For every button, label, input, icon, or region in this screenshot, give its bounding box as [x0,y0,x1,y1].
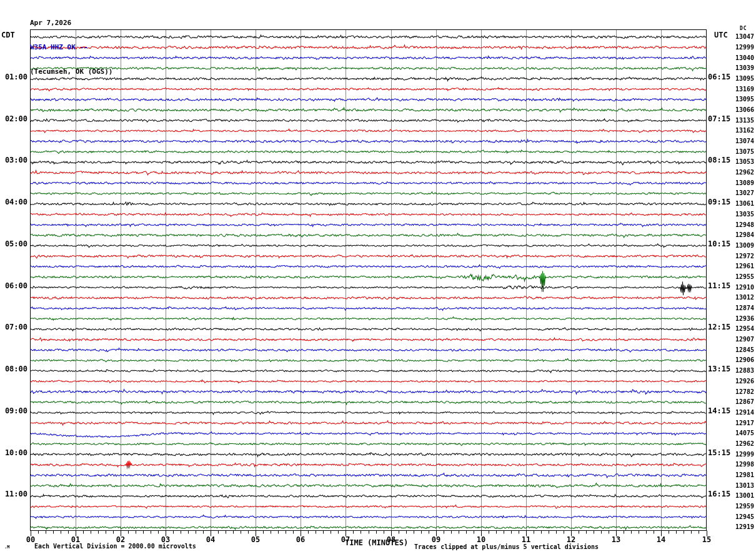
dc-value: 13047 [727,33,754,40]
dc-value: 12984 [727,231,754,238]
cdt-hour-label: 03:00 [0,156,27,164]
corner-watermark: .M [4,545,9,550]
dc-value: 12972 [727,253,754,259]
minute-tick-label: 05 [246,535,265,544]
minute-tick-label: 09 [427,535,445,544]
dc-column-label: DC [740,26,747,31]
dc-value: 12962 [727,440,754,447]
dc-value: 12867 [727,398,754,405]
minute-tick-label: 11 [517,535,535,544]
dc-value: 13135 [727,117,754,124]
cdt-hour-label: 11:00 [0,490,27,498]
dc-value: 12845 [727,346,754,353]
cdt-hour-label: 04:00 [0,198,27,206]
dc-value: 12782 [727,388,754,395]
webicorder-display: Apr 7,2026 W35A HHZ OK -- (Tecumseh, OK … [0,0,756,554]
dc-value: 12999 [727,44,754,51]
dc-value: 12959 [727,503,754,510]
vertical-division-note: Each Vertical Division = 2000.00 microvo… [34,543,196,550]
header-station: W35A HHZ OK -- [30,43,112,51]
dc-value: 12981 [727,471,754,478]
dc-value: 12948 [727,221,754,228]
cdt-hour-label: 05:00 [0,240,27,248]
cdt-hour-label: 10:00 [0,449,27,456]
cdt-hour-label: 08:00 [0,365,27,373]
minute-tick-label: 15 [697,535,716,544]
left-axis-title: CDT [1,31,15,39]
dc-value: 12926 [727,378,754,385]
minute-tick-label: 12 [562,535,580,544]
dc-value: 13013 [727,482,754,489]
dc-value: 13039 [727,64,754,71]
minute-tick-label: 13 [607,535,625,544]
dc-value: 12962 [727,169,754,176]
clipping-note: Traces clipped at plus/minus 5 vertical … [414,543,599,550]
dc-value: 13053 [727,158,754,165]
dc-value: 13169 [727,86,754,93]
dc-value: 12917 [727,420,754,426]
dc-value: 13095 [727,96,754,103]
right-axis-title: UTC [714,31,728,39]
cdt-hour-label: 02:00 [0,115,27,123]
minute-tick-label: 06 [291,535,310,544]
dc-value: 12955 [727,273,754,280]
cdt-hour-label: 06:00 [0,282,27,290]
dc-value: 12998 [727,461,754,468]
dc-value: 13089 [727,179,754,186]
dc-value: 13027 [727,189,754,196]
minute-tick-label: 10 [472,535,490,544]
dc-value: 12945 [727,513,754,520]
dc-value: 13074 [727,138,754,144]
dc-value: 12936 [727,315,754,322]
dc-value: 13035 [727,211,754,218]
x-axis-title: TIME (MINUTES) [345,538,408,547]
dc-value: 14075 [727,430,754,436]
dc-value: 12999 [727,451,754,458]
dc-value: 13095 [727,75,754,82]
dc-value: 13066 [727,106,754,113]
dc-value: 13075 [727,148,754,155]
dc-value: 12910 [727,284,754,291]
dc-value: 13162 [727,127,754,134]
dc-value: 13009 [727,242,754,249]
dc-value: 12874 [727,305,754,311]
minute-tick-label: 04 [201,535,220,544]
dc-value: 12914 [727,409,754,416]
minute-tick-label: 14 [652,535,670,544]
cdt-hour-label: 09:00 [0,407,27,415]
dc-value: 12961 [727,263,754,269]
seismogram-canvas [0,0,756,554]
dc-value: 12906 [727,356,754,363]
dc-value: 13012 [727,294,754,301]
dc-value: 12954 [727,325,754,332]
header: Apr 7,2026 W35A HHZ OK -- (Tecumseh, OK … [30,3,112,92]
header-location: (Tecumseh, OK (OGS)) [30,68,112,76]
dc-value: 12919 [727,523,754,530]
header-date: Apr 7,2026 [30,19,112,27]
dc-value: 13061 [727,200,754,207]
cdt-hour-label: 01:00 [0,73,27,81]
cdt-hour-label: 07:00 [0,323,27,331]
dc-value: 13040 [727,54,754,61]
dc-value: 12883 [727,367,754,374]
dc-value: 12907 [727,336,754,343]
dc-value: 13001 [727,492,754,499]
